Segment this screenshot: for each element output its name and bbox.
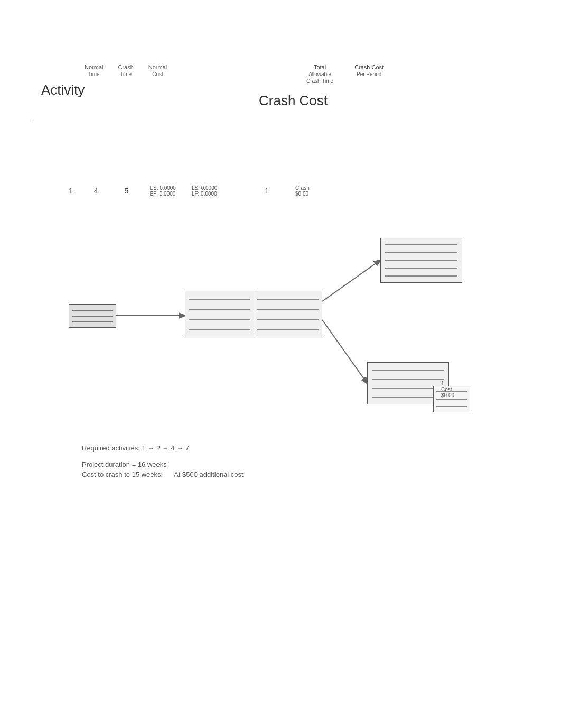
middle-node <box>185 291 322 338</box>
col-normal-cost: Normal Cost <box>148 63 167 78</box>
upper-info-label: 1 Cost $0.00 <box>441 381 454 398</box>
header-divider <box>32 121 507 121</box>
project-duration: Project duration = 16 weeks <box>82 460 244 468</box>
row-col4: ES: 0.0000 EF: 0.0000 <box>149 185 175 197</box>
header-columns: Normal Time Crash Time Normal Cost <box>85 63 167 78</box>
total-col-2: Crash Cost Per Period <box>354 63 384 85</box>
total-col-1: Total Allowable Crash Time <box>306 63 333 85</box>
page-container: Activity Normal Time Crash Time Normal C… <box>0 0 561 728</box>
middle-left-half <box>185 291 254 338</box>
middle-right-half <box>254 291 322 338</box>
row-col5: LS: 0.0000 LF: 0.0000 <box>192 185 217 197</box>
row-col6: 1 <box>265 187 269 195</box>
col-normal-time: Normal Time <box>85 63 103 78</box>
upper-right-node <box>380 238 462 283</box>
svg-line-2 <box>322 320 367 383</box>
row-col3: 5 <box>125 187 129 195</box>
line2 <box>72 316 113 317</box>
cost-to-crash: Cost to crash to 15 weeks: At $500 addit… <box>82 471 244 478</box>
total-columns: Total Allowable Crash Time Crash Cost Pe… <box>306 63 384 85</box>
start-node <box>69 304 116 328</box>
bottom-text-section: Required activities: 1 → 2 → 4 → 7 Proje… <box>82 444 244 478</box>
start-node-lines <box>69 305 116 327</box>
row-col7: Crash $0.00 <box>295 185 310 197</box>
row-col1: 1 <box>69 187 73 195</box>
data-row: 1 4 5 ES: 0.0000 EF: 0.0000 LS: 0.0000 L… <box>69 185 310 197</box>
svg-line-1 <box>322 260 380 301</box>
crash-cost-label: Crash Cost <box>259 93 328 109</box>
required-activities: Required activities: 1 → 2 → 4 → 7 <box>82 444 244 452</box>
line3 <box>72 321 113 322</box>
network-diagram: 1 Cost $0.00 <box>69 206 470 428</box>
row-col2: 4 <box>94 187 98 195</box>
activity-label: Activity <box>41 82 85 98</box>
col-crash-time: Crash Time <box>118 63 133 78</box>
line1 <box>72 310 113 311</box>
